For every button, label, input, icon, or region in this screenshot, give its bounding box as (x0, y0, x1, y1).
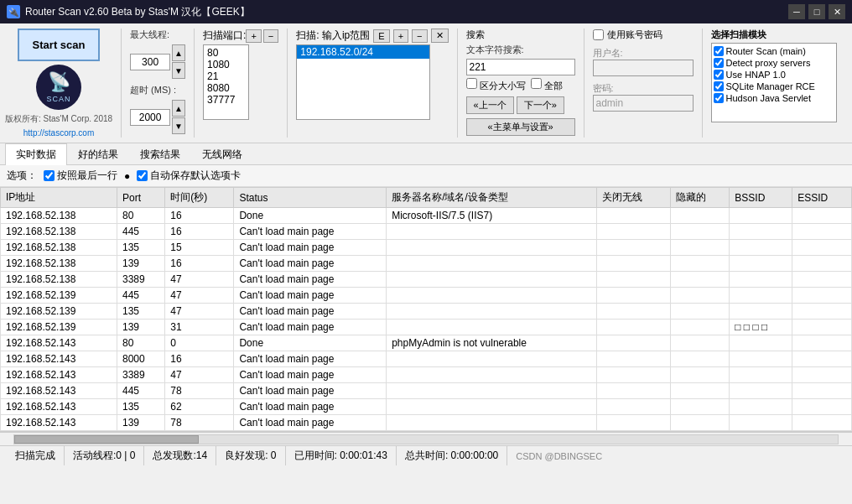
port-list[interactable]: 80108021808037777 (203, 44, 249, 120)
ip-close-button[interactable]: ✕ (431, 29, 449, 43)
cell-服务器名称/域名/设备类型 (387, 320, 597, 335)
case-sensitive-checkbox[interactable] (466, 78, 477, 89)
port-label: 扫描端口: (203, 29, 246, 43)
maximize-button[interactable]: □ (808, 4, 825, 19)
table-row[interactable]: 192.168.52.14313978Can't load main page (1, 415, 852, 431)
main-menu-button[interactable]: «主菜单与设置» (466, 118, 575, 136)
cell-Status: Can't load main page (234, 415, 387, 431)
port-item[interactable]: 8080 (205, 82, 247, 94)
table-row[interactable]: 192.168.52.13813916Can't load main page (1, 256, 852, 272)
module-checkbox[interactable] (714, 58, 724, 68)
module-checkbox[interactable] (714, 81, 724, 91)
tabs: 实时数据好的结果搜索结果无线网络 (0, 143, 852, 165)
cell-关闭无线 (596, 288, 670, 304)
search-input[interactable] (466, 59, 575, 75)
table-row[interactable]: 192.168.52.13913931Can't load main page□… (1, 320, 852, 335)
table-row[interactable]: 192.168.52.13844516Can't load main page (1, 224, 852, 240)
cell-隐藏的 (670, 288, 730, 304)
cell-Status: Can't load main page (234, 224, 387, 240)
port-item[interactable]: 21 (205, 70, 247, 82)
app-icon: 🔌 (7, 5, 20, 18)
use-password-checkbox[interactable] (593, 29, 604, 40)
cell-Port: 445 (117, 383, 165, 399)
table-row[interactable]: 192.168.52.143800DonephpMyAdmin is not v… (1, 335, 852, 351)
cell-服务器名称/域名/设备类型: phpMyAdmin is not vulnerable (387, 335, 597, 351)
username-input[interactable] (593, 60, 694, 76)
tab-实时数据[interactable]: 实时数据 (5, 143, 67, 165)
ip-add-button[interactable]: + (393, 29, 408, 43)
version-link[interactable]: http://stascorp.com (23, 128, 94, 138)
table-row[interactable]: 192.168.52.14313562Can't load main page (1, 399, 852, 415)
cell-时间(秒): 16 (165, 224, 234, 240)
cell-Status: Can't load main page (234, 320, 387, 335)
ip-header: 扫描: 输入ip范围 E + − ✕ (296, 29, 448, 43)
table-row[interactable]: 192.168.52.13944547Can't load main page (1, 288, 852, 304)
cell-关闭无线 (596, 383, 670, 399)
timeout-input[interactable] (130, 109, 170, 126)
ip-expand-button[interactable]: E (373, 29, 389, 43)
cell-Port: 139 (117, 320, 165, 335)
table-row[interactable]: 192.168.52.1388016DoneMicrosoft-IIS/7.5 … (1, 208, 852, 224)
table-row[interactable]: 192.168.52.13813515Can't load main page (1, 240, 852, 256)
cell-Status: Can't load main page (234, 240, 387, 256)
full-match-checkbox[interactable] (531, 78, 542, 89)
table-row[interactable]: 192.168.52.138338947Can't load main page (1, 272, 852, 288)
ip-remove-button[interactable]: − (412, 29, 427, 43)
cell-BSSID (730, 208, 792, 224)
ip-section: 扫描: 输入ip范围 E + − ✕ 192.168.52.0/24 (296, 29, 448, 138)
threads-up-button[interactable]: ▲ (172, 44, 185, 61)
password-input[interactable] (593, 95, 694, 112)
h-scroll-thumb[interactable] (14, 435, 199, 444)
col-header-关闭无线: 关闭无线 (596, 188, 670, 208)
auth-section: 使用账号密码 用户名: 密码: (593, 29, 694, 138)
start-scan-button[interactable]: Start scan (18, 29, 101, 61)
threads-input-row: ▲ ▼ (130, 44, 185, 79)
close-button[interactable]: ✕ (829, 4, 845, 19)
module-checkbox[interactable] (714, 93, 724, 103)
tab-搜索结果[interactable]: 搜索结果 (129, 143, 191, 165)
port-item[interactable]: 37777 (205, 94, 247, 106)
threads-down-button[interactable]: ▼ (172, 62, 185, 79)
minimize-button[interactable]: ─ (788, 4, 805, 19)
cell-ESSID (792, 240, 852, 256)
tab-无线网络[interactable]: 无线网络 (191, 143, 253, 165)
port-item[interactable]: 80 (205, 47, 247, 59)
timeout-label: 超时 (MS) : (130, 84, 185, 96)
divider-6 (702, 29, 703, 138)
use-password-label: 使用账号密码 (607, 29, 662, 41)
table-row[interactable]: 192.168.52.143338947Can't load main page (1, 367, 852, 383)
module-checkbox[interactable] (714, 46, 724, 56)
h-scroll-track[interactable] (13, 434, 839, 444)
auto-save-option: 自动保存默认选项卡 (137, 169, 241, 183)
table-container[interactable]: IP地址Port时间(秒)Status服务器名称/域名/设备类型关闭无线隐藏的B… (0, 187, 852, 432)
follow-last-checkbox[interactable] (44, 170, 55, 181)
cell-服务器名称/域名/设备类型 (387, 367, 597, 383)
timeout-up-button[interactable]: ▲ (172, 100, 185, 117)
ip-range-item[interactable]: 192.168.52.0/24 (297, 45, 429, 59)
timeout-down-button[interactable]: ▼ (172, 117, 185, 134)
toolbar: Start scan 📡 SCAN 版权所有: Stas'M Corp. 201… (0, 23, 852, 143)
cell-关闭无线 (596, 208, 670, 224)
port-remove-button[interactable]: − (263, 29, 278, 43)
table-row[interactable]: 192.168.52.14344578Can't load main page (1, 383, 852, 399)
table-row[interactable]: 192.168.52.13913547Can't load main page (1, 304, 852, 320)
module-checkbox[interactable] (714, 70, 724, 80)
cell-Status: Done (234, 208, 387, 224)
options-label: 选项： (7, 169, 37, 183)
ip-list[interactable]: 192.168.52.0/24 (296, 44, 430, 120)
search-options-row: 区分大小写 全部 (466, 78, 575, 92)
cell-Port: 135 (117, 399, 165, 415)
table-row[interactable]: 192.168.52.143800016Can't load main page (1, 351, 852, 367)
scan-status: 扫描完成 (7, 446, 65, 465)
tab-好的结果[interactable]: 好的结果 (67, 143, 129, 165)
port-add-button[interactable]: + (246, 29, 261, 43)
h-scrollbar[interactable] (0, 432, 852, 445)
status-bar: 扫描完成 活动线程:0 | 0 总发现数:14 良好发现: 0 已用时间: 0:… (0, 445, 852, 465)
port-item[interactable]: 1080 (205, 59, 247, 70)
next-button[interactable]: 下一个» (517, 96, 564, 114)
prev-button[interactable]: «上一个 (466, 96, 514, 114)
search-section: 搜索 文本字符搜索: 区分大小写 全部 «上一个 下一个» «主菜单与设置» (466, 29, 575, 138)
auto-save-checkbox[interactable] (137, 170, 148, 181)
username-label: 用户名: (593, 47, 694, 60)
threads-input[interactable] (130, 54, 170, 70)
